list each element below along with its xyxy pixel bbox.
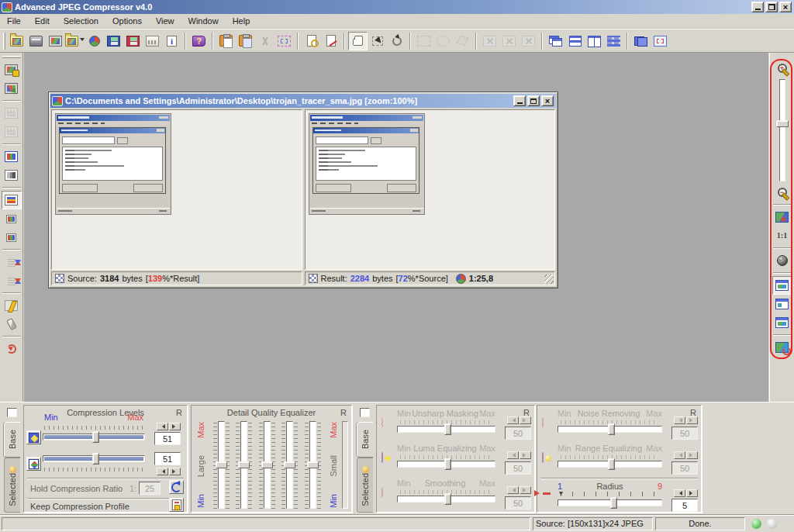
channel-small-1-button[interactable] xyxy=(2,209,22,228)
marquee-ellipse-button[interactable] xyxy=(433,32,453,50)
resize-grip[interactable] xyxy=(544,275,554,284)
tile-horizontal-button[interactable] xyxy=(565,32,585,50)
slider-thumb[interactable] xyxy=(284,461,295,468)
compress-button[interactable] xyxy=(85,32,104,50)
acquire-button[interactable] xyxy=(46,32,65,50)
left-toolbar-handle[interactable] xyxy=(2,56,21,58)
palette-copy-button[interactable] xyxy=(2,123,22,141)
menu-help[interactable]: Help xyxy=(226,14,257,28)
invert-selection-button[interactable] xyxy=(499,32,519,50)
keep-profile-button[interactable] xyxy=(169,498,184,512)
edit-button[interactable] xyxy=(321,32,340,50)
slider-thumb[interactable] xyxy=(307,461,319,468)
overlap-windows-button[interactable] xyxy=(631,32,651,50)
crop-button[interactable] xyxy=(274,32,294,50)
export-button[interactable] xyxy=(65,32,85,50)
actual-size-button[interactable]: 1:1 xyxy=(772,226,792,245)
document-titlebar[interactable]: C:\Documents and Settings\Administrator\… xyxy=(50,94,556,108)
luma-spinner[interactable] xyxy=(507,451,531,459)
fit-image-button[interactable] xyxy=(772,208,792,226)
view-split-horizontal-button[interactable] xyxy=(772,295,792,313)
cut-button[interactable] xyxy=(255,32,274,50)
equalizer-scroll-strip[interactable] xyxy=(342,421,348,509)
zoom-in-button[interactable] xyxy=(772,59,792,78)
compression-slider-top[interactable] xyxy=(43,434,145,440)
tab-selected[interactable]: Selected xyxy=(4,458,20,513)
effects-button[interactable] xyxy=(2,296,22,315)
result-thumbnail[interactable] xyxy=(309,113,425,215)
doc-maximize-button[interactable] xyxy=(527,95,540,106)
menu-file[interactable]: File xyxy=(0,14,28,28)
slider-thumb[interactable] xyxy=(92,453,99,465)
palette-button[interactable] xyxy=(2,104,22,123)
zoom-out-button[interactable] xyxy=(772,183,792,202)
doc-minimize-button[interactable] xyxy=(513,95,526,106)
equalizer-slider-1[interactable] xyxy=(213,421,230,509)
preview-button[interactable] xyxy=(302,32,321,50)
revert-button[interactable] xyxy=(2,340,22,358)
compression-value-top[interactable]: 51 xyxy=(154,432,181,445)
close-button[interactable]: × xyxy=(779,2,792,12)
result-pane[interactable] xyxy=(305,109,556,270)
menu-options[interactable]: Options xyxy=(105,14,149,28)
paste-button[interactable] xyxy=(216,32,236,50)
zoom-slider-thumb[interactable] xyxy=(776,120,789,127)
slider-thumb[interactable] xyxy=(216,461,227,468)
marquee-rect-button[interactable] xyxy=(414,32,433,50)
tab-base[interactable]: Base xyxy=(4,422,20,457)
save-as-button[interactable] xyxy=(123,32,143,50)
refresh-view-button[interactable] xyxy=(772,338,792,357)
equalizer-slider-3[interactable] xyxy=(259,421,275,509)
luma-slider[interactable] xyxy=(397,461,495,468)
gray-channels-button[interactable] xyxy=(2,166,22,185)
unsharp-slider[interactable] xyxy=(397,426,495,433)
slider-thumb[interactable] xyxy=(444,423,451,435)
unsharp-spinner[interactable] xyxy=(507,416,531,424)
doc-close-button[interactable]: × xyxy=(541,95,554,106)
navigator-button[interactable] xyxy=(772,251,792,270)
noise-spinner[interactable] xyxy=(674,416,698,424)
channel-small-2-button[interactable] xyxy=(2,228,22,247)
copy-button[interactable] xyxy=(236,32,255,50)
tab-base-2[interactable]: Base xyxy=(357,422,373,457)
zoom-slider[interactable] xyxy=(775,79,790,181)
restore-button[interactable] xyxy=(765,2,778,12)
smoothing-spinner[interactable] xyxy=(507,486,531,494)
smoothing-slider[interactable] xyxy=(397,496,495,503)
menu-window[interactable]: Window xyxy=(181,14,226,28)
range-slider[interactable] xyxy=(558,461,662,468)
hold-ratio-value[interactable]: 25 xyxy=(139,482,161,495)
slider-thumb[interactable] xyxy=(261,461,273,468)
airbrush-button[interactable] xyxy=(2,315,22,333)
radius-spinner[interactable] xyxy=(674,489,698,497)
quality-icon-button-2[interactable] xyxy=(26,457,41,471)
view-normal-button[interactable] xyxy=(772,276,792,295)
tab-selected-2[interactable]: Selected xyxy=(357,458,373,513)
sharpen-up-button[interactable] xyxy=(2,253,22,271)
convert-button[interactable] xyxy=(2,79,22,98)
view-split-vertical-button[interactable] xyxy=(772,313,792,332)
slider-thumb[interactable] xyxy=(610,497,617,509)
equalizer-slider-5[interactable] xyxy=(305,421,321,509)
radius-slider[interactable] xyxy=(558,499,662,506)
unsharp-value[interactable]: 50 xyxy=(505,427,531,440)
zoom-slider-track[interactable] xyxy=(779,79,785,181)
slider-thumb[interactable] xyxy=(608,458,615,470)
range-value[interactable]: 50 xyxy=(671,461,698,475)
document-window[interactable]: C:\Documents and Settings\Administrator\… xyxy=(48,92,558,288)
compression-value-bottom[interactable]: 51 xyxy=(154,452,181,465)
enhance-checkbox[interactable] xyxy=(360,408,370,417)
resample-button[interactable] xyxy=(2,60,22,79)
slider-thumb[interactable] xyxy=(238,461,250,468)
tile-vertical-button[interactable] xyxy=(585,32,604,50)
save-button[interactable] xyxy=(104,32,123,50)
spinner-bottom[interactable] xyxy=(157,468,181,475)
arrange-icons-button[interactable] xyxy=(604,32,623,50)
radius-value[interactable]: 5 xyxy=(671,499,698,512)
menu-edit[interactable]: Edit xyxy=(28,14,57,28)
compression-slider-bottom[interactable] xyxy=(43,455,145,462)
toolbar-handle[interactable] xyxy=(3,33,5,50)
minimize-button[interactable] xyxy=(751,2,764,12)
equalizer-slider-4[interactable] xyxy=(281,421,298,509)
range-spinner[interactable] xyxy=(674,451,698,459)
